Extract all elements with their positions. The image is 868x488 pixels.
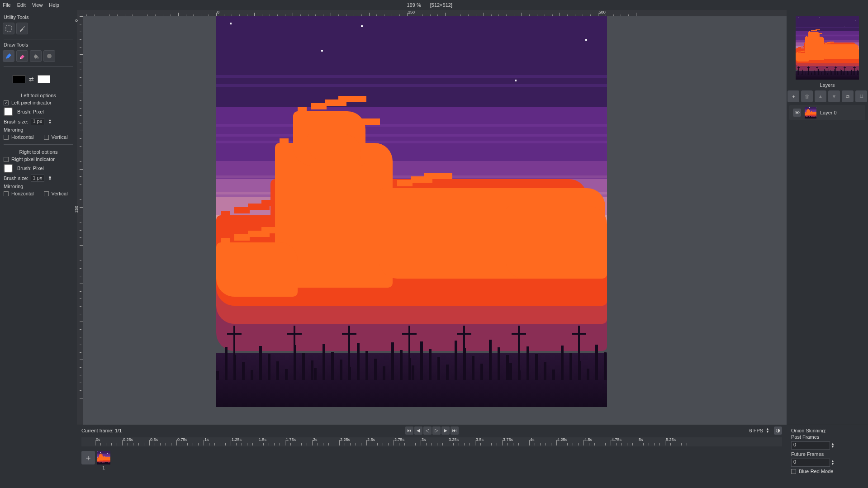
pencil-icon xyxy=(5,52,12,60)
left-color-swatch[interactable] xyxy=(13,75,25,83)
chevron-up-icon: ▲ xyxy=(818,94,823,99)
zoom-level: 169 % xyxy=(407,2,421,8)
right-mirror-v-label: Vertical xyxy=(52,191,68,196)
canvas-area: 0250500 0250 xyxy=(77,10,787,425)
ruler-horizontal[interactable]: 0250500 xyxy=(83,10,787,16)
onion-future-input[interactable]: 0 xyxy=(791,459,830,467)
left-brush-size-spinner[interactable]: ▲▼ xyxy=(48,119,52,124)
right-brush-size-input[interactable]: 1 px xyxy=(31,175,44,182)
left-mirroring-label: Mirroring xyxy=(4,127,23,133)
menu-edit[interactable]: Edit xyxy=(17,2,26,8)
right-mirror-v-checkbox[interactable] xyxy=(44,191,49,196)
marquee-icon xyxy=(5,25,12,32)
onion-title: Onion Skinning: xyxy=(791,428,863,433)
circle-icon xyxy=(46,52,53,60)
prev-frame-button[interactable]: ◀ xyxy=(414,426,422,435)
ruler-vertical[interactable]: 0250 xyxy=(77,16,83,425)
merge-icon: ⇊ xyxy=(859,94,863,99)
canvas-artwork[interactable] xyxy=(216,16,607,407)
right-brush-size-spinner[interactable]: ▲▼ xyxy=(48,175,52,181)
layer-thumbnail xyxy=(805,107,816,118)
svg-point-1 xyxy=(38,57,39,59)
left-brush-size-label: Brush size: xyxy=(4,119,28,124)
menu-help[interactable]: Help xyxy=(49,2,59,8)
bucket-icon xyxy=(32,52,39,60)
next-frame-button[interactable]: ▶ xyxy=(441,426,450,435)
right-color-swatch[interactable] xyxy=(38,75,50,83)
merge-layer-button[interactable]: ⇊ xyxy=(855,90,867,102)
chevron-down-icon: ▼ xyxy=(832,94,837,99)
left-mirror-h-checkbox[interactable] xyxy=(4,135,9,140)
left-brush-label: Brush: Pixel xyxy=(17,109,44,114)
play-forward-button[interactable]: ▷ xyxy=(432,426,441,435)
menu-view[interactable]: View xyxy=(32,2,43,8)
onion-skin-toggle[interactable]: ◑ xyxy=(774,426,782,435)
canvas-dimensions: [512×512] xyxy=(430,2,452,8)
onion-past-input[interactable]: 0 xyxy=(791,441,830,450)
move-layer-up-button[interactable]: ▲ xyxy=(815,90,826,102)
bucket-tool[interactable] xyxy=(30,50,42,62)
playback-controls: ⏮ ◀ ◁ ▷ ▶ ⏭ xyxy=(405,426,459,435)
menu-file[interactable]: File xyxy=(3,2,11,8)
left-brush-preview[interactable] xyxy=(4,107,13,116)
add-frame-button[interactable]: ＋ xyxy=(81,451,95,464)
swap-colors-icon[interactable]: ⇄ xyxy=(29,76,34,83)
last-frame-button[interactable]: ⏭ xyxy=(451,426,459,435)
delete-layer-button[interactable]: 🗑 xyxy=(801,90,813,102)
timeline: Current frame: 1/1 ⏮ ◀ ◁ ▷ ▶ ⏭ 6 FPS ▲▼ … xyxy=(77,425,787,488)
preview-box[interactable] xyxy=(796,16,859,80)
trash-icon: 🗑 xyxy=(805,94,810,99)
left-brush-size-input[interactable]: 1 px xyxy=(31,118,44,125)
frame-item[interactable]: 1 xyxy=(97,451,110,470)
duplicate-layer-button[interactable]: ⧉ xyxy=(842,90,854,102)
pencil-tool[interactable] xyxy=(3,50,14,62)
eraser-icon xyxy=(19,52,26,60)
shade-tool[interactable] xyxy=(43,50,55,62)
right-brush-label: Brush: Pixel xyxy=(17,166,44,171)
right-mirror-h-checkbox[interactable] xyxy=(4,191,9,196)
add-layer-button[interactable]: ＋ xyxy=(787,90,799,102)
play-backward-button[interactable]: ◁ xyxy=(423,426,432,435)
select-tool[interactable] xyxy=(3,23,14,34)
utility-tools-title: Utility Tools xyxy=(4,14,74,20)
onion-past-spinner[interactable]: ▲▼ xyxy=(831,443,835,448)
canvas-viewport[interactable] xyxy=(83,16,787,425)
eyedropper-icon xyxy=(19,25,26,32)
color-picker-tool[interactable] xyxy=(16,23,28,34)
left-mirror-v-label: Vertical xyxy=(52,134,68,140)
layers-title: Layers xyxy=(787,82,868,88)
fps-value[interactable]: 6 FPS xyxy=(749,428,764,433)
eraser-tool[interactable] xyxy=(16,50,28,62)
left-mirror-v-checkbox[interactable] xyxy=(44,135,49,140)
layer-visibility-toggle[interactable]: 👁 xyxy=(793,109,801,117)
fps-spinner[interactable]: ▲▼ xyxy=(766,428,769,433)
onion-skinning-panel: Onion Skinning: Past Frames 0 ▲▼ Future … xyxy=(787,425,868,488)
toolbox: Utility Tools Draw Tools ⇄ Left tool opt… xyxy=(0,10,77,488)
layer-row[interactable]: 👁 Layer 0 xyxy=(789,105,865,120)
blue-red-mode-checkbox[interactable] xyxy=(791,469,796,474)
svg-point-2 xyxy=(47,54,52,58)
blue-red-mode-label: Blue-Red Mode xyxy=(799,469,833,474)
right-pixel-indicator-checkbox[interactable] xyxy=(4,157,9,162)
right-tool-options-title: Right tool options xyxy=(3,149,74,155)
draw-tools-title: Draw Tools xyxy=(4,42,74,47)
timeline-ruler[interactable]: 0s0.25s0.5s0.75s1s1.25s1.5s1.75s2s2.25s2… xyxy=(81,437,782,446)
copy-icon: ⧉ xyxy=(846,94,849,99)
right-panel: Layers ＋ 🗑 ▲ ▼ ⧉ ⇊ 👁 Layer 0 xyxy=(787,10,868,488)
move-layer-down-button[interactable]: ▼ xyxy=(828,90,840,102)
first-frame-button[interactable]: ⏮ xyxy=(405,426,413,435)
left-pixel-indicator-label: Left pixel indicator xyxy=(11,100,52,105)
svg-rect-0 xyxy=(6,26,11,31)
ruler-corner xyxy=(77,10,83,16)
left-pixel-indicator-checkbox[interactable]: ✓ xyxy=(4,100,9,105)
current-frame-label: Current frame: 1/1 xyxy=(81,428,122,433)
right-brush-preview[interactable] xyxy=(4,164,13,173)
right-pixel-indicator-label: Right pixel indicator xyxy=(11,156,55,162)
right-mirroring-label: Mirroring xyxy=(4,184,23,189)
onion-future-spinner[interactable]: ▲▼ xyxy=(831,460,835,465)
onion-future-label: Future Frames xyxy=(791,451,863,457)
right-brush-size-label: Brush size: xyxy=(4,175,28,181)
onion-icon: ◑ xyxy=(776,427,780,433)
frame-number: 1 xyxy=(97,465,110,470)
left-tool-options-title: Left tool options xyxy=(3,93,74,98)
